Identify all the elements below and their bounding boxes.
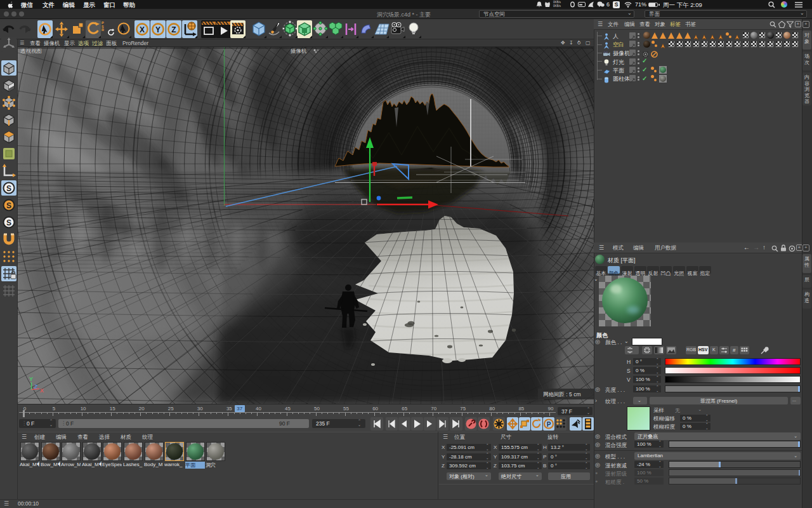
svg-text:P: P (547, 421, 551, 428)
svg-text:S: S (6, 218, 11, 227)
svg-text:S: S (6, 201, 11, 210)
svg-text:X: X (40, 387, 44, 394)
svg-text:Y: Y (29, 376, 33, 382)
svg-text:Y: Y (155, 25, 160, 34)
svg-text:S: S (6, 184, 11, 193)
svg-text:网格间距 : 5 cm: 网格间距 : 5 cm (543, 391, 581, 398)
svg-text:X: X (140, 25, 145, 34)
svg-text:Z: Z (171, 25, 176, 34)
